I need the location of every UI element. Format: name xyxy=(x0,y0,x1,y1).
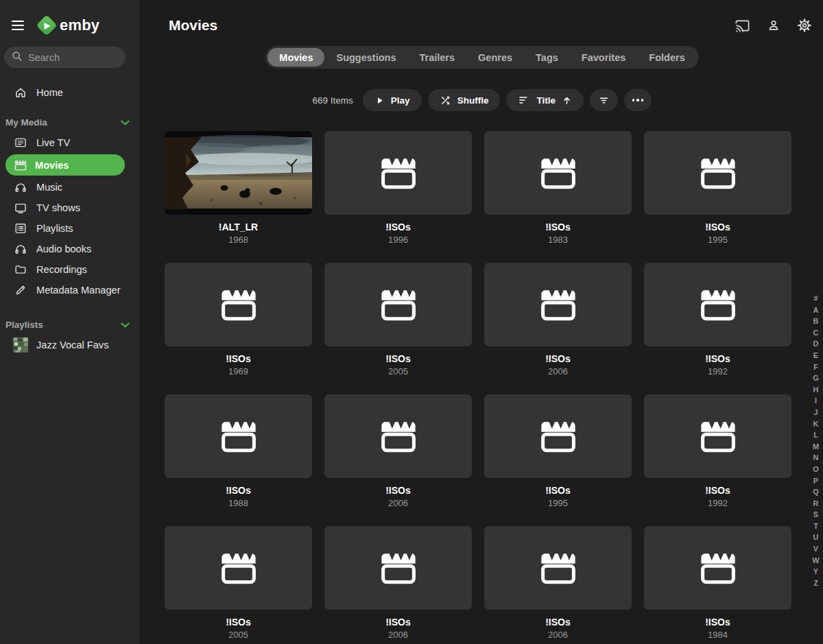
movie-card[interactable]: !ISOs2005 xyxy=(324,263,472,377)
more-button[interactable] xyxy=(624,89,652,111)
sidebar-item-metadata-manager[interactable]: Metadata Manager xyxy=(0,280,140,300)
tab-favorites[interactable]: Favorites xyxy=(570,46,637,69)
sidebar-item-live-tv[interactable]: Live TV xyxy=(0,132,140,153)
movie-thumbnail-placeholder[interactable] xyxy=(165,394,312,478)
movie-card[interactable]: !ISOs1969 xyxy=(165,263,312,377)
tab-suggestions[interactable]: Suggestions xyxy=(324,46,407,69)
movie-thumbnail-placeholder[interactable] xyxy=(644,394,791,478)
movie-thumbnail-placeholder[interactable] xyxy=(165,526,312,610)
movie-clapper-icon xyxy=(700,552,737,584)
alpha-letter-t[interactable]: T xyxy=(813,521,818,532)
emby-logo-text: emby xyxy=(60,16,99,34)
movie-card[interactable]: !ISOs1988 xyxy=(165,394,312,508)
sidebar: emby Home My MediaLive TVMoviesMusicTV s… xyxy=(0,0,141,644)
movie-thumbnail-placeholder[interactable] xyxy=(484,394,632,478)
movie-title: !ISOs xyxy=(324,485,472,496)
user-icon[interactable] xyxy=(767,19,780,32)
search-input[interactable] xyxy=(28,52,118,63)
movie-thumbnail-placeholder[interactable] xyxy=(644,263,791,346)
alpha-letter-v[interactable]: V xyxy=(813,543,818,555)
alpha-letter-g[interactable]: G xyxy=(813,372,819,384)
movie-card[interactable]: !ALT_LR1968 xyxy=(165,131,312,245)
movie-card[interactable]: !ISOs1983 xyxy=(484,131,632,245)
alpha-letter-p[interactable]: P xyxy=(813,475,818,487)
alpha-letter-m[interactable]: M xyxy=(813,441,819,453)
movie-thumbnail-placeholder[interactable] xyxy=(324,263,472,346)
sidebar-item-music[interactable]: Music xyxy=(0,177,140,198)
cast-icon[interactable] xyxy=(735,18,750,34)
alpha-letter-hash[interactable]: # xyxy=(813,293,818,305)
movie-card[interactable]: !ISOs1984 xyxy=(644,526,791,640)
alpha-letter-u[interactable]: U xyxy=(813,532,819,543)
filter-button[interactable] xyxy=(590,89,618,111)
tab-genres[interactable]: Genres xyxy=(466,46,524,69)
alpha-letter-i[interactable]: I xyxy=(815,395,817,407)
movie-card[interactable]: !ISOs2006 xyxy=(484,526,632,640)
movie-year: 1996 xyxy=(324,235,472,245)
alpha-letter-y[interactable]: Y xyxy=(813,566,818,577)
movie-thumbnail-placeholder[interactable] xyxy=(484,131,632,215)
movie-card[interactable]: !ISOs1995 xyxy=(644,131,791,245)
alpha-letter-j[interactable]: J xyxy=(813,407,818,418)
sidebar-item-audio-books[interactable]: Audio books xyxy=(0,239,140,259)
alpha-letter-e[interactable]: E xyxy=(813,350,818,361)
alpha-letter-h[interactable]: H xyxy=(813,384,819,396)
sidebar-item-recordings[interactable]: Recordings xyxy=(0,259,140,280)
alpha-letter-r[interactable]: R xyxy=(813,498,819,510)
movie-thumbnail-image[interactable] xyxy=(165,131,312,215)
alpha-letter-d[interactable]: D xyxy=(813,338,819,350)
movie-thumbnail-placeholder[interactable] xyxy=(165,263,312,346)
movie-thumbnail-placeholder[interactable] xyxy=(484,526,632,610)
alpha-letter-o[interactable]: O xyxy=(813,464,819,475)
alpha-letter-s[interactable]: S xyxy=(813,509,818,521)
alpha-letter-q[interactable]: Q xyxy=(813,486,819,498)
sidebar-item-jazz-vocal-favs[interactable]: Jazz Vocal Favs xyxy=(0,335,140,355)
sidebar-section-my-media[interactable]: My Media xyxy=(0,112,140,132)
alpha-letter-k[interactable]: K xyxy=(813,418,819,430)
settings-icon[interactable] xyxy=(797,18,812,33)
movie-card[interactable]: !ISOs1995 xyxy=(484,394,632,508)
chevron-down-icon xyxy=(121,117,130,128)
tab-movies[interactable]: Movies xyxy=(267,48,324,67)
shuffle-button[interactable]: Shuffle xyxy=(428,89,501,111)
movie-card[interactable]: !ISOs2006 xyxy=(324,526,472,640)
tab-trailers[interactable]: Trailers xyxy=(407,46,466,69)
tab-folders[interactable]: Folders xyxy=(637,46,696,69)
movie-clapper-icon xyxy=(700,420,737,453)
sidebar-item-tv-shows[interactable]: TV shows xyxy=(0,198,140,218)
desert-scene-image xyxy=(165,131,312,215)
alpha-letter-f[interactable]: F xyxy=(813,361,818,373)
alpha-letter-z[interactable]: Z xyxy=(813,577,818,589)
sidebar-item-playlists[interactable]: Playlists xyxy=(0,218,140,239)
movie-card[interactable]: !ISOs2006 xyxy=(484,263,632,377)
sidebar-section-playlists[interactable]: Playlists xyxy=(0,314,140,335)
menu-icon[interactable] xyxy=(9,18,27,33)
alpha-letter-w[interactable]: W xyxy=(812,555,819,567)
movie-thumbnail-placeholder[interactable] xyxy=(324,526,472,610)
tab-tags[interactable]: Tags xyxy=(524,46,570,69)
alpha-letter-l[interactable]: L xyxy=(813,429,818,441)
movie-card[interactable]: !ISOs1992 xyxy=(644,394,791,508)
movie-clapper-icon xyxy=(220,420,257,453)
movie-thumbnail-placeholder[interactable] xyxy=(644,526,791,610)
movie-card[interactable]: !ISOs2005 xyxy=(165,526,312,640)
movie-thumbnail-placeholder[interactable] xyxy=(644,131,791,215)
sidebar-item-movies[interactable]: Movies xyxy=(5,154,125,176)
search-box[interactable] xyxy=(4,47,126,68)
sort-button[interactable]: Title xyxy=(506,89,584,111)
sidebar-item-home[interactable]: Home xyxy=(0,83,140,102)
movie-title: !ISOs xyxy=(644,617,791,628)
movie-year: 1992 xyxy=(644,366,791,377)
movie-thumbnail-placeholder[interactable] xyxy=(484,263,632,346)
movie-clapper-icon xyxy=(380,552,417,584)
alpha-letter-b[interactable]: B xyxy=(813,315,819,327)
movie-thumbnail-placeholder[interactable] xyxy=(324,131,472,215)
alpha-letter-c[interactable]: C xyxy=(813,327,819,339)
movie-card[interactable]: !ISOs1992 xyxy=(644,263,791,377)
movie-thumbnail-placeholder[interactable] xyxy=(324,394,472,478)
movie-card[interactable]: !ISOs1996 xyxy=(324,131,472,245)
play-button[interactable]: Play xyxy=(363,89,422,111)
alpha-letter-a[interactable]: A xyxy=(813,305,819,316)
movie-card[interactable]: !ISOs2006 xyxy=(324,394,472,508)
alpha-letter-n[interactable]: N xyxy=(813,452,819,464)
